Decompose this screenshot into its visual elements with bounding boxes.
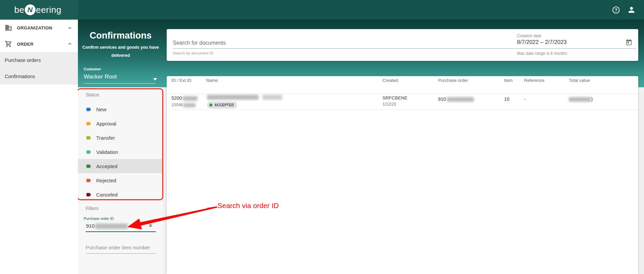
logo-n-icon: N bbox=[25, 4, 36, 15]
topbar-actions: ? bbox=[612, 0, 636, 20]
status-filter-rejected[interactable]: Rejected bbox=[78, 173, 163, 187]
label-tag-icon bbox=[86, 192, 91, 198]
redacted-value bbox=[95, 224, 128, 229]
status-filter-label: New bbox=[96, 107, 106, 112]
status-filter-label: Transfer bbox=[96, 135, 115, 141]
sidebar-item-label: ORDER bbox=[17, 42, 66, 47]
sidebar-item-label: Purchase orders bbox=[5, 58, 41, 63]
doc-id: 5200 bbox=[171, 95, 182, 101]
status-filter-label: Accepted bbox=[96, 163, 118, 169]
customer-label: Customer bbox=[84, 67, 101, 71]
logo[interactable]: be N eering bbox=[0, 0, 78, 20]
label-tag-icon bbox=[86, 149, 91, 155]
search-card bbox=[167, 29, 638, 61]
purchase-order-item-input[interactable]: Purchase order item number bbox=[86, 245, 150, 250]
cell-created-doc: SRFCBENE bbox=[382, 95, 408, 100]
cell-name bbox=[207, 94, 282, 100]
status-filter-approval[interactable]: Approval bbox=[78, 116, 163, 131]
status-filter-label: Canceled bbox=[96, 192, 118, 198]
column-header-id: ID / Ext ID bbox=[171, 78, 191, 83]
sidebar-item-purchase-orders[interactable]: Purchase orders bbox=[0, 52, 78, 68]
redacted-value bbox=[207, 95, 258, 100]
purchase-order-id-input[interactable]: 910 bbox=[86, 223, 128, 229]
chevron-up-icon bbox=[66, 41, 73, 47]
status-filter-canceled[interactable]: Canceled bbox=[78, 187, 163, 202]
page-subtitle: Confirm services and goods you have deli… bbox=[80, 43, 161, 60]
cell-item: 10 bbox=[504, 96, 510, 102]
cell-total-value: ) bbox=[569, 96, 593, 102]
purchase-order-id-value: 910 bbox=[86, 223, 95, 229]
help-glyph: ? bbox=[615, 7, 618, 13]
logo-prefix: be bbox=[14, 5, 24, 15]
status-section-label: Status bbox=[86, 92, 99, 97]
column-header-item: Item bbox=[504, 78, 513, 83]
status-filter-new[interactable]: New bbox=[78, 102, 163, 116]
column-header-total-value: Total value bbox=[569, 78, 590, 83]
filters-section-label: Filters bbox=[86, 206, 99, 211]
page-title: Confirmations bbox=[78, 30, 163, 41]
status-filter-label: Rejected bbox=[96, 178, 116, 183]
customer-select[interactable]: Wacker Root bbox=[84, 73, 117, 80]
cell-id: 5200 bbox=[171, 95, 198, 101]
redacted-value bbox=[447, 97, 474, 102]
status-filter-transfer[interactable]: Transfer bbox=[78, 131, 163, 145]
creation-date-underline bbox=[517, 48, 636, 49]
status-filter-validation[interactable]: Validation bbox=[78, 145, 163, 159]
logo-text: be N eering bbox=[14, 4, 61, 15]
sidebar: ORGANIZATION ORDER Purchase orders Confi… bbox=[0, 20, 78, 274]
redacted-value bbox=[183, 103, 195, 107]
label-tag-icon bbox=[86, 135, 91, 141]
creation-date-input[interactable]: 8/7/2022 – 2/7/2023 bbox=[517, 39, 567, 45]
user-account-icon[interactable] bbox=[627, 5, 636, 14]
redacted-value bbox=[569, 97, 591, 102]
vertical-scrollbar[interactable] bbox=[640, 20, 644, 274]
label-tag-icon bbox=[86, 107, 91, 112]
order-submenu: Purchase orders Confirmations bbox=[0, 52, 78, 85]
sidebar-item-organization[interactable]: ORGANIZATION bbox=[0, 20, 78, 36]
cell-created-date: 1/12/23 bbox=[382, 102, 396, 107]
status-badge: ACCEPTED bbox=[207, 101, 237, 109]
sidebar-item-label: ORGANIZATION bbox=[17, 25, 66, 30]
search-input[interactable]: Search for documents bbox=[173, 40, 226, 46]
redacted-value bbox=[183, 96, 198, 101]
building-icon bbox=[5, 24, 12, 31]
po-number: 910 bbox=[438, 96, 446, 102]
cell-reference: - bbox=[524, 96, 526, 102]
chevron-down-icon bbox=[66, 24, 73, 31]
search-hint: Search by document ID bbox=[173, 51, 213, 55]
purchase-order-id-underline bbox=[86, 231, 156, 232]
status-filter-label: Approval bbox=[96, 121, 116, 127]
top-app-bar: be N eering ? bbox=[0, 0, 644, 20]
sidebar-item-label: Confirmations bbox=[5, 74, 35, 79]
sidebar-item-confirmations[interactable]: Confirmations bbox=[0, 68, 78, 85]
help-icon[interactable]: ? bbox=[612, 6, 620, 14]
label-tag-icon bbox=[86, 163, 91, 169]
cart-icon bbox=[5, 40, 12, 48]
column-header-purchase-order: Purchase order bbox=[438, 78, 468, 83]
calendar-icon[interactable] bbox=[625, 39, 632, 46]
purchase-order-item-underline bbox=[86, 253, 156, 254]
logo-suffix: eering bbox=[36, 5, 61, 15]
doc-ext-id: 10046 bbox=[171, 102, 183, 107]
status-badge-label: ACCEPTED bbox=[214, 103, 234, 107]
label-tag-icon bbox=[86, 121, 91, 127]
table-row-divider bbox=[167, 110, 638, 110]
redacted-value bbox=[263, 95, 282, 100]
creation-date-hint: Max date range is 6 months bbox=[517, 51, 567, 56]
status-filter-accepted[interactable]: Accepted bbox=[78, 159, 163, 173]
column-header-created: Created bbox=[382, 78, 398, 83]
column-header-reference: Reference bbox=[524, 78, 544, 83]
cell-purchase-order: 910 bbox=[438, 96, 474, 102]
sidebar-item-order[interactable]: ORDER bbox=[0, 36, 78, 52]
clear-input-icon[interactable]: ✕ bbox=[148, 223, 153, 229]
cell-ext-id: 10046 bbox=[171, 102, 195, 107]
dropdown-caret-icon[interactable] bbox=[153, 78, 157, 81]
total-value-suffix: ) bbox=[591, 96, 593, 102]
documents-table bbox=[167, 76, 638, 274]
annotation-text: Search via order ID bbox=[217, 202, 279, 210]
label-tag-icon bbox=[86, 178, 91, 183]
customer-underline bbox=[84, 83, 156, 84]
creation-date-label: Creation date bbox=[517, 33, 541, 38]
column-header-name: Name bbox=[206, 78, 218, 83]
status-filter-label: Validation bbox=[96, 149, 118, 155]
